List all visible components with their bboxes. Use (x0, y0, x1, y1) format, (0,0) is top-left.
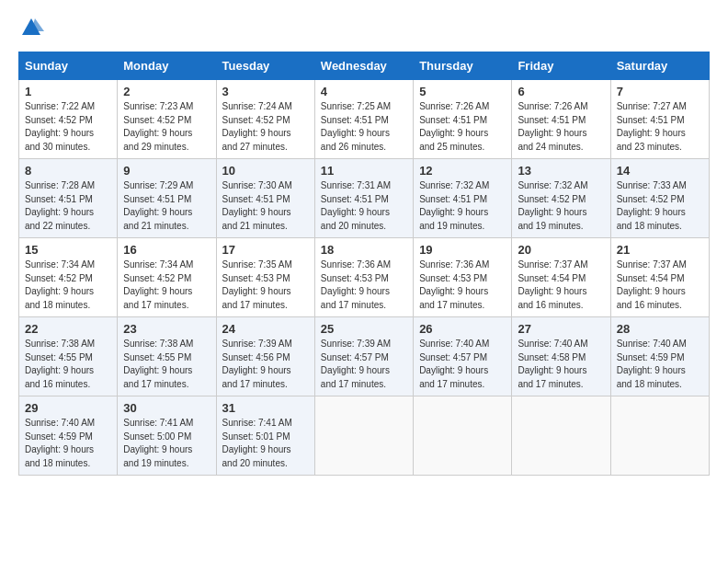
day-info: Sunrise: 7:39 AMSunset: 4:56 PMDaylight:… (222, 339, 292, 389)
calendar-cell: 21 Sunrise: 7:37 AMSunset: 4:54 PMDaylig… (610, 238, 709, 317)
calendar-cell: 7 Sunrise: 7:27 AMSunset: 4:51 PMDayligh… (610, 80, 709, 159)
calendar-cell: 2 Sunrise: 7:23 AMSunset: 4:52 PMDayligh… (118, 80, 216, 159)
calendar-cell (414, 396, 512, 476)
calendar-cell: 14 Sunrise: 7:33 AMSunset: 4:52 PMDaylig… (610, 159, 709, 238)
calendar-week-3: 15 Sunrise: 7:34 AMSunset: 4:52 PMDaylig… (19, 238, 710, 317)
day-info: Sunrise: 7:38 AMSunset: 4:55 PMDaylight:… (123, 339, 193, 389)
day-number: 30 (123, 401, 210, 415)
calendar-week-5: 29 Sunrise: 7:40 AMSunset: 4:59 PMDaylig… (19, 396, 710, 476)
day-number: 16 (123, 243, 210, 257)
day-info: Sunrise: 7:27 AMSunset: 4:51 PMDaylight:… (617, 101, 687, 152)
day-info: Sunrise: 7:30 AMSunset: 4:51 PMDaylight:… (222, 180, 292, 231)
calendar-cell: 17 Sunrise: 7:35 AMSunset: 4:53 PMDaylig… (216, 238, 314, 317)
day-info: Sunrise: 7:40 AMSunset: 4:57 PMDaylight:… (419, 339, 489, 389)
calendar-cell: 16 Sunrise: 7:34 AMSunset: 4:52 PMDaylig… (118, 238, 216, 317)
day-info: Sunrise: 7:40 AMSunset: 4:59 PMDaylight:… (617, 339, 687, 389)
calendar-cell: 15 Sunrise: 7:34 AMSunset: 4:52 PMDaylig… (19, 238, 118, 317)
day-number: 8 (25, 164, 111, 178)
day-number: 26 (419, 322, 506, 336)
day-number: 23 (123, 322, 210, 336)
day-number: 29 (25, 401, 111, 415)
calendar-cell: 18 Sunrise: 7:36 AMSunset: 4:53 PMDaylig… (314, 238, 413, 317)
day-info: Sunrise: 7:24 AMSunset: 4:52 PMDaylight:… (222, 101, 292, 152)
day-number: 10 (222, 164, 309, 178)
calendar-cell: 22 Sunrise: 7:38 AMSunset: 4:55 PMDaylig… (19, 317, 118, 396)
calendar-week-2: 8 Sunrise: 7:28 AMSunset: 4:51 PMDayligh… (19, 159, 710, 238)
day-info: Sunrise: 7:22 AMSunset: 4:52 PMDaylight:… (25, 101, 95, 152)
header-cell-wednesday: Wednesday (314, 52, 413, 80)
day-number: 3 (222, 85, 309, 98)
day-number: 22 (25, 322, 111, 336)
day-number: 21 (617, 243, 703, 257)
day-info: Sunrise: 7:34 AMSunset: 4:52 PMDaylight:… (123, 259, 193, 310)
day-info: Sunrise: 7:35 AMSunset: 4:53 PMDaylight:… (222, 259, 292, 310)
calendar-cell: 19 Sunrise: 7:36 AMSunset: 4:53 PMDaylig… (414, 238, 512, 317)
day-number: 12 (419, 164, 506, 178)
day-info: Sunrise: 7:32 AMSunset: 4:51 PMDaylight:… (419, 180, 489, 231)
day-number: 19 (419, 243, 506, 257)
calendar-cell: 31 Sunrise: 7:41 AMSunset: 5:01 PMDaylig… (216, 396, 314, 476)
calendar-cell: 8 Sunrise: 7:28 AMSunset: 4:51 PMDayligh… (19, 159, 118, 238)
day-number: 31 (222, 401, 309, 415)
day-number: 17 (222, 243, 309, 257)
calendar-cell: 26 Sunrise: 7:40 AMSunset: 4:57 PMDaylig… (414, 317, 512, 396)
day-info: Sunrise: 7:25 AMSunset: 4:51 PMDaylight:… (321, 101, 391, 152)
day-info: Sunrise: 7:32 AMSunset: 4:52 PMDaylight:… (518, 180, 587, 231)
day-number: 25 (321, 322, 407, 336)
calendar-cell: 20 Sunrise: 7:37 AMSunset: 4:54 PMDaylig… (512, 238, 610, 317)
calendar-cell: 25 Sunrise: 7:39 AMSunset: 4:57 PMDaylig… (314, 317, 413, 396)
day-number: 13 (518, 164, 604, 178)
calendar-cell (512, 396, 610, 476)
day-info: Sunrise: 7:26 AMSunset: 4:51 PMDaylight:… (419, 101, 489, 152)
day-info: Sunrise: 7:40 AMSunset: 4:58 PMDaylight:… (518, 339, 587, 389)
day-number: 15 (25, 243, 111, 257)
header-cell-saturday: Saturday (610, 52, 709, 80)
header-cell-tuesday: Tuesday (216, 52, 314, 80)
day-number: 20 (518, 243, 604, 257)
calendar-header-row: SundayMondayTuesdayWednesdayThursdayFrid… (19, 52, 710, 80)
calendar-cell: 6 Sunrise: 7:26 AMSunset: 4:51 PMDayligh… (512, 80, 610, 159)
day-info: Sunrise: 7:41 AMSunset: 5:00 PMDaylight:… (123, 418, 193, 468)
calendar-cell: 30 Sunrise: 7:41 AMSunset: 5:00 PMDaylig… (118, 396, 216, 476)
calendar-cell: 13 Sunrise: 7:32 AMSunset: 4:52 PMDaylig… (512, 159, 610, 238)
day-number: 2 (123, 85, 210, 98)
day-info: Sunrise: 7:26 AMSunset: 4:51 PMDaylight:… (518, 101, 587, 152)
calendar-cell: 28 Sunrise: 7:40 AMSunset: 4:59 PMDaylig… (610, 317, 709, 396)
day-info: Sunrise: 7:31 AMSunset: 4:51 PMDaylight:… (321, 180, 391, 231)
day-info: Sunrise: 7:41 AMSunset: 5:01 PMDaylight:… (222, 418, 292, 468)
calendar-cell: 29 Sunrise: 7:40 AMSunset: 4:59 PMDaylig… (19, 396, 118, 476)
day-number: 11 (321, 164, 407, 178)
day-number: 14 (617, 164, 703, 178)
calendar-cell: 10 Sunrise: 7:30 AMSunset: 4:51 PMDaylig… (216, 159, 314, 238)
day-number: 5 (419, 85, 506, 98)
calendar-cell: 1 Sunrise: 7:22 AMSunset: 4:52 PMDayligh… (19, 80, 118, 159)
header (18, 15, 710, 40)
day-info: Sunrise: 7:33 AMSunset: 4:52 PMDaylight:… (617, 180, 687, 231)
day-info: Sunrise: 7:37 AMSunset: 4:54 PMDaylight:… (617, 259, 687, 310)
day-number: 27 (518, 322, 604, 336)
day-number: 18 (321, 243, 407, 257)
logo (18, 15, 46, 40)
calendar-week-1: 1 Sunrise: 7:22 AMSunset: 4:52 PMDayligh… (19, 80, 710, 159)
day-number: 9 (123, 164, 210, 178)
header-cell-thursday: Thursday (414, 52, 512, 80)
header-cell-friday: Friday (512, 52, 610, 80)
calendar-cell: 23 Sunrise: 7:38 AMSunset: 4:55 PMDaylig… (118, 317, 216, 396)
day-number: 28 (617, 322, 703, 336)
calendar-week-4: 22 Sunrise: 7:38 AMSunset: 4:55 PMDaylig… (19, 317, 710, 396)
calendar-cell: 27 Sunrise: 7:40 AMSunset: 4:58 PMDaylig… (512, 317, 610, 396)
svg-marker-1 (31, 18, 44, 31)
day-number: 4 (321, 85, 407, 98)
day-info: Sunrise: 7:37 AMSunset: 4:54 PMDaylight:… (518, 259, 587, 310)
calendar-body: 1 Sunrise: 7:22 AMSunset: 4:52 PMDayligh… (19, 80, 710, 476)
day-number: 24 (222, 322, 309, 336)
calendar-cell: 24 Sunrise: 7:39 AMSunset: 4:56 PMDaylig… (216, 317, 314, 396)
calendar-cell (610, 396, 709, 476)
calendar-cell: 9 Sunrise: 7:29 AMSunset: 4:51 PMDayligh… (118, 159, 216, 238)
calendar-cell: 11 Sunrise: 7:31 AMSunset: 4:51 PMDaylig… (314, 159, 413, 238)
day-info: Sunrise: 7:29 AMSunset: 4:51 PMDaylight:… (123, 180, 193, 231)
day-info: Sunrise: 7:36 AMSunset: 4:53 PMDaylight:… (321, 259, 391, 310)
calendar-cell: 5 Sunrise: 7:26 AMSunset: 4:51 PMDayligh… (414, 80, 512, 159)
calendar-cell: 12 Sunrise: 7:32 AMSunset: 4:51 PMDaylig… (414, 159, 512, 238)
calendar-table: SundayMondayTuesdayWednesdayThursdayFrid… (18, 52, 710, 476)
